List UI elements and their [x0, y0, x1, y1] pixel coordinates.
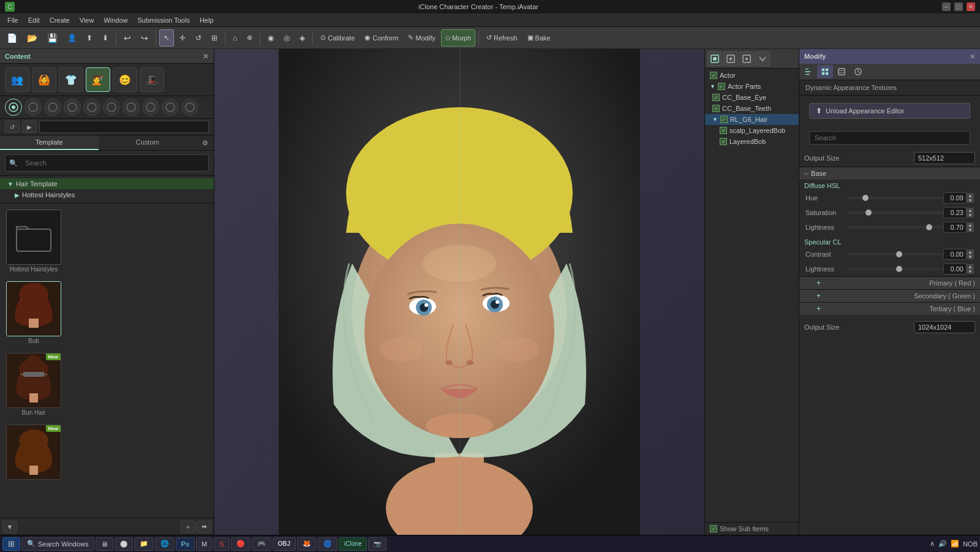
circle-tab-6[interactable]	[103, 99, 120, 116]
close-button[interactable]: ✕	[967, 2, 975, 11]
new-file-button[interactable]: 📄	[2, 29, 21, 47]
bottom-add-btn[interactable]: +	[181, 521, 195, 533]
modify-close-icon[interactable]: ✕	[970, 53, 975, 61]
open-file-button[interactable]: 📂	[23, 29, 42, 47]
taskbar-obj[interactable]: OBJ	[273, 537, 296, 551]
actor-tool-3[interactable]	[739, 51, 754, 66]
rotate-button[interactable]: ↺	[191, 29, 206, 47]
circle-tab-4[interactable]	[64, 99, 81, 116]
lightness-slider[interactable]	[848, 226, 943, 229]
refresh-button[interactable]: ↺Refresh	[482, 29, 522, 47]
hair-cell-bun[interactable]: New Bun Hair	[5, 352, 62, 417]
circle-tab-8[interactable]	[142, 99, 159, 116]
bottom-down-btn[interactable]: ▼	[2, 521, 17, 533]
bake-button[interactable]: ▣Bake	[523, 29, 555, 47]
show-sub-checkbox[interactable]: ✓	[710, 525, 717, 532]
actor-item-actor[interactable]: ✓ Actor	[705, 70, 799, 81]
menu-help[interactable]: Help	[195, 15, 219, 25]
show-sub-items-row[interactable]: ✓ Show Sub Items	[705, 522, 799, 535]
actor-tool-1[interactable]	[707, 51, 722, 66]
content-close-icon[interactable]: ✕	[203, 52, 209, 61]
export-button[interactable]: ⬆	[82, 29, 97, 47]
taskbar-firefox[interactable]: 🦊	[297, 537, 317, 551]
base-section-header[interactable]: ─ Base	[799, 167, 980, 180]
taskbar-temp-avatar[interactable]: 📷	[368, 537, 386, 551]
actor-item-teeth[interactable]: ✓ CC_Base_Teeth	[705, 103, 799, 114]
start-button[interactable]: ⊞	[2, 537, 20, 551]
taskbar-m[interactable]: M	[196, 537, 213, 551]
custom-tab[interactable]: Custom	[99, 135, 197, 150]
right-tab-2[interactable]	[817, 65, 833, 78]
taskbar-game[interactable]: 🎮	[252, 537, 271, 551]
icon-tab-face[interactable]: 😊	[113, 67, 137, 92]
hair-cell-folder[interactable]: Hottest Hairstyles	[5, 208, 62, 274]
taskbar-r[interactable]: 🔴	[231, 537, 251, 551]
avatar-button[interactable]: 👤	[63, 29, 81, 47]
actor-item-scalp[interactable]: ✓ scalp_LayeredBob	[705, 125, 799, 136]
menu-submission-tools[interactable]: Submission Tools	[133, 15, 195, 25]
circle-tab-2[interactable]	[24, 99, 42, 116]
focus-button[interactable]: ⊕	[243, 29, 257, 47]
saturation-down-button[interactable]: ▼	[967, 213, 974, 217]
actor-checkbox-layeredbob[interactable]: ✓	[720, 138, 727, 145]
contrast-slider[interactable]	[848, 253, 943, 255]
menu-create[interactable]: Create	[45, 15, 75, 25]
actor-item-eye[interactable]: ✓ CC_Base_Eye	[705, 92, 799, 103]
actor-checkbox-teeth[interactable]: ✓	[712, 105, 720, 112]
actor-tool-2[interactable]	[723, 51, 738, 66]
calibrate-button[interactable]: ⊙Calibrate	[316, 29, 359, 47]
viewport[interactable]	[214, 49, 704, 535]
specular-lightness-down-button[interactable]: ▼	[967, 269, 974, 274]
actor-checkbox-scalp[interactable]: ✓	[720, 127, 727, 134]
contrast-value-input[interactable]	[943, 249, 967, 260]
menu-view[interactable]: View	[75, 15, 99, 25]
contrast-down-button[interactable]: ▼	[967, 254, 974, 259]
redo-button[interactable]: ↪	[137, 29, 153, 47]
search-input[interactable]	[20, 157, 205, 169]
search-taskbar-button[interactable]: 🔍 Search Windows	[21, 537, 94, 551]
taskbar-explorer[interactable]: 🖥	[96, 537, 113, 551]
actor-checkbox-eye[interactable]: ✓	[712, 94, 720, 101]
circle-tab-9[interactable]	[162, 99, 179, 116]
import-button[interactable]: ⬇	[98, 29, 113, 47]
taskbar-iclone-cc[interactable]: iClone	[339, 537, 367, 551]
lightness-down-button[interactable]: ▼	[967, 227, 974, 232]
icon-tab-body[interactable]: 🙆	[32, 67, 56, 92]
taskbar-s[interactable]: S	[214, 537, 229, 551]
right-tab-1[interactable]	[801, 65, 816, 78]
actor-tool-4[interactable]	[755, 51, 770, 66]
circle-tab-3[interactable]	[44, 99, 61, 116]
home-button[interactable]: ⌂	[228, 29, 241, 47]
conform-button[interactable]: ◉Conform	[360, 29, 402, 47]
taskbar-browser[interactable]: 🌐	[155, 537, 175, 551]
taskbar-files[interactable]: 📁	[134, 537, 154, 551]
undo-button[interactable]: ↩	[119, 29, 135, 47]
save-file-button[interactable]: 💾	[43, 29, 62, 47]
specular-lightness-value-input[interactable]	[943, 263, 967, 274]
tab-settings-icon[interactable]: ⚙	[197, 135, 214, 150]
actor-item-layeredbob[interactable]: ✓ LayeredBob	[705, 136, 799, 147]
hue-down-button[interactable]: ▼	[967, 198, 974, 203]
modify-button[interactable]: ✎Modify	[404, 29, 439, 47]
template-tab[interactable]: Template	[0, 135, 99, 150]
specular-lightness-slider[interactable]	[848, 268, 943, 270]
taskbar-cortana[interactable]: ⬤	[115, 537, 133, 551]
hue-slider[interactable]	[848, 197, 943, 199]
actor-checkbox-parts[interactable]: ✓	[718, 83, 725, 90]
modify-search-input[interactable]	[809, 131, 970, 145]
env-button[interactable]: ◈	[295, 29, 309, 47]
right-tab-4[interactable]	[850, 65, 866, 78]
secondary-green-section[interactable]: + Secondary ( Green )	[799, 289, 980, 302]
primary-red-section[interactable]: + Primary ( Red )	[799, 276, 980, 289]
actor-item-hair[interactable]: ▼ ✓ RL_G6_Hair	[705, 114, 799, 125]
hair-cell-bob[interactable]: Bob	[5, 280, 62, 346]
lightness-value-input[interactable]	[943, 222, 967, 233]
circle-tab-10[interactable]	[181, 99, 198, 116]
right-tab-3[interactable]	[834, 65, 850, 78]
camera-button[interactable]: ◉	[263, 29, 278, 47]
circle-tab-1[interactable]	[5, 99, 22, 116]
maximize-button[interactable]: □	[954, 2, 963, 11]
output-size-select[interactable]: 512x512 1024x1024 2048x2048	[914, 152, 975, 164]
saturation-value-input[interactable]	[943, 207, 967, 218]
menu-window[interactable]: Window	[99, 15, 132, 25]
